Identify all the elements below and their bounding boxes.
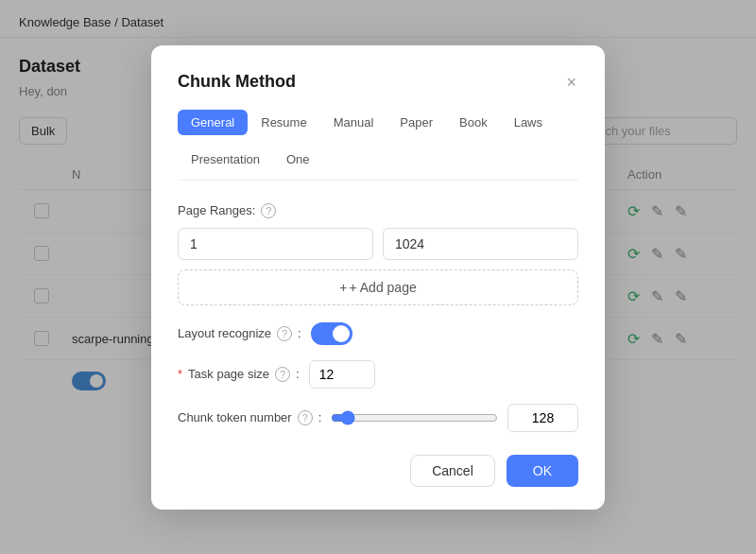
- chunk-token-label: Chunk token number ? :: [178, 410, 321, 425]
- tab-one[interactable]: One: [273, 147, 323, 172]
- chunk-method-tabs: General Resume Manual Paper Book Laws Pr…: [178, 110, 578, 181]
- task-page-size-input[interactable]: [309, 360, 375, 389]
- layout-recognize-toggle[interactable]: [311, 322, 352, 345]
- ok-button[interactable]: OK: [507, 455, 578, 487]
- modal-title: Chunk Method: [178, 72, 296, 92]
- page-range-start-input[interactable]: [178, 228, 373, 260]
- layout-recognize-label: Layout recognize ? :: [178, 326, 301, 341]
- close-button[interactable]: ×: [564, 72, 578, 93]
- page-ranges-label: Page Ranges: ?: [178, 203, 578, 218]
- task-page-size-label: * Task page size ? :: [178, 367, 300, 382]
- page-range-end-input[interactable]: [383, 228, 578, 260]
- task-page-size-row: * Task page size ? :: [178, 360, 578, 389]
- page-ranges-inputs: [178, 228, 578, 260]
- tab-paper[interactable]: Paper: [387, 110, 446, 135]
- chunk-token-slider[interactable]: [331, 410, 498, 425]
- page-ranges-help-icon[interactable]: ?: [261, 203, 276, 218]
- layout-recognize-row: Layout recognize ? :: [178, 322, 578, 345]
- chunk-token-help-icon[interactable]: ?: [298, 410, 313, 425]
- chunk-token-slider-container: [331, 410, 498, 425]
- tab-presentation[interactable]: Presentation: [178, 147, 273, 172]
- tab-manual[interactable]: Manual: [320, 110, 387, 135]
- tab-general[interactable]: General: [178, 110, 248, 135]
- modal-overlay: Chunk Method × General Resume Manual Pap…: [0, 0, 756, 554]
- tab-resume[interactable]: Resume: [248, 110, 319, 135]
- chunk-method-modal: Chunk Method × General Resume Manual Pap…: [151, 45, 605, 510]
- task-page-size-help-icon[interactable]: ?: [275, 367, 290, 382]
- cancel-button[interactable]: Cancel: [410, 455, 495, 487]
- add-page-button[interactable]: + + Add page: [178, 269, 578, 305]
- tab-book[interactable]: Book: [446, 110, 501, 135]
- layout-recognize-help-icon[interactable]: ?: [277, 326, 292, 341]
- page-ranges-section: Page Ranges: ? + + Add page: [178, 203, 578, 305]
- tab-laws[interactable]: Laws: [501, 110, 556, 135]
- modal-header: Chunk Method ×: [178, 72, 578, 93]
- chunk-token-row: Chunk token number ? :: [178, 404, 578, 432]
- modal-footer: Cancel OK: [178, 455, 578, 487]
- plus-icon: +: [339, 280, 347, 295]
- required-star: *: [178, 367, 182, 381]
- chunk-token-input[interactable]: [507, 404, 578, 432]
